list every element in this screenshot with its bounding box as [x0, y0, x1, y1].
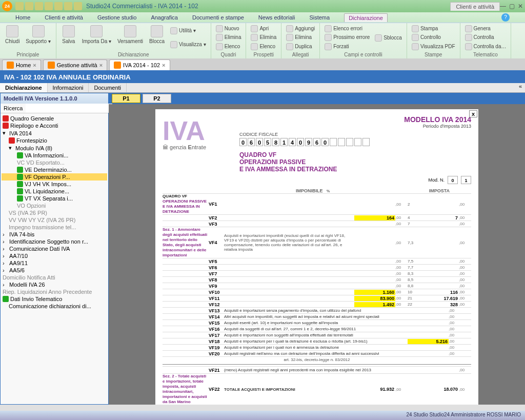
tree-node[interactable]: VS (IVA 26 PR): [2, 209, 107, 216]
elimina2-button[interactable]: Elimina: [249, 33, 278, 42]
maximize-button[interactable]: ▢: [509, 3, 515, 10]
minimize-button[interactable]: —: [500, 3, 506, 10]
forzati-button[interactable]: Forzati: [323, 43, 371, 51]
val-input[interactable]: 91.932: [354, 387, 395, 392]
apri-button[interactable]: Apri: [249, 25, 278, 33]
tree-node[interactable]: ›AA9/11: [2, 259, 107, 267]
cf-cell[interactable]: 0: [239, 138, 247, 146]
cf-cell[interactable]: 0: [321, 138, 329, 146]
save-button[interactable]: Salva: [59, 24, 78, 45]
cf-cell[interactable]: [330, 138, 337, 146]
tree-node[interactable]: Frontespizio: [2, 137, 107, 144]
tree-node[interactable]: Comunicazione dichiarazioni di...: [2, 303, 107, 310]
versamenti-button[interactable]: Versamenti: [115, 24, 145, 45]
elimina3-button[interactable]: Elimina: [285, 33, 316, 42]
tree-node[interactable]: ›IVA 74-bis: [2, 231, 107, 238]
imponibile-input[interactable]: 164: [354, 215, 395, 221]
tree-node[interactable]: ›Comunicazione Dati IVA: [2, 245, 107, 252]
elenco-errori-button[interactable]: Elenco errori: [323, 25, 371, 33]
menu-anagrafica[interactable]: Anagrafica: [151, 14, 178, 21]
menu-documenti[interactable]: Documenti e stampe: [192, 14, 244, 21]
menu-sistema[interactable]: Sistema: [309, 14, 330, 21]
elimina-button[interactable]: Elimina: [214, 33, 243, 42]
doctab[interactable]: Home×: [2, 59, 41, 70]
subtab-dichiarazione[interactable]: Dichiarazione: [0, 83, 48, 92]
imponibile-input[interactable]: 83.900: [354, 296, 395, 301]
val-input[interactable]: 18.070: [418, 387, 459, 392]
cf-cell[interactable]: 0: [297, 138, 304, 146]
tab-close-icon[interactable]: ×: [162, 62, 165, 68]
modn-2[interactable]: 1: [461, 176, 471, 184]
blocca-button[interactable]: Blocca: [147, 24, 167, 45]
controlla-da-button[interactable]: Controlla da…: [463, 43, 508, 51]
tree-node[interactable]: VT VX Separata i...: [2, 195, 107, 202]
importa-da-button[interactable]: Importa Da ▾: [80, 24, 113, 45]
tree-node[interactable]: ▾Modulo IVA (8): [2, 144, 107, 152]
help-icon[interactable]: ?: [501, 13, 510, 22]
tree-node[interactable]: VE Determinazio...: [2, 166, 107, 173]
collapse-icon[interactable]: «: [516, 83, 525, 92]
tree-node[interactable]: Impegno trasmissione tel...: [2, 224, 107, 231]
stampa-button[interactable]: Stampa: [410, 25, 457, 33]
subtab-documenti[interactable]: Documenti: [89, 83, 127, 92]
tab-close-icon[interactable]: ×: [99, 62, 103, 68]
imposta-input[interactable]: 17.619: [418, 296, 459, 301]
sblocca-button[interactable]: Sblocca: [373, 34, 403, 42]
doctab[interactable]: Gestione attività×: [43, 59, 107, 70]
page-tab-p2[interactable]: P2: [143, 94, 171, 103]
close-button[interactable]: Chiudi: [3, 24, 22, 45]
tree-node[interactable]: VC VD Esportato...: [2, 159, 107, 166]
tree-node[interactable]: VF Operazioni P...: [2, 173, 107, 181]
utilita-button[interactable]: Utilità ▾: [169, 27, 208, 35]
genera-button[interactable]: Genera: [463, 25, 508, 33]
controllo-button[interactable]: Controllo: [410, 33, 457, 42]
imponibile-input[interactable]: 1.492: [354, 302, 395, 307]
cf-cell[interactable]: 0: [256, 138, 263, 146]
prossimo-errore-button[interactable]: Prossimo errore: [323, 33, 371, 42]
tree-node[interactable]: Dati Invio Telematico: [2, 295, 107, 303]
controlla-button[interactable]: Controlla: [463, 33, 508, 42]
cf-cell[interactable]: 5: [264, 138, 271, 146]
tree-node[interactable]: Riepilogo e Acconti: [2, 122, 107, 129]
page-tab-p1[interactable]: P1: [112, 94, 140, 103]
cf-cell[interactable]: 6: [313, 138, 320, 146]
tree-node[interactable]: ›Modelli IVA 26: [2, 281, 107, 288]
visualizza-button[interactable]: Visualizza ▾: [169, 41, 208, 49]
tree-node[interactable]: ›AA5/6: [2, 267, 107, 274]
tree-node[interactable]: ›AA7/10: [2, 252, 107, 259]
tree-node[interactable]: VV VW VY VZ (IVA 26 PR): [2, 216, 107, 224]
close-window-button[interactable]: ✕: [518, 3, 523, 10]
elenco-button[interactable]: Elenco: [214, 43, 243, 51]
tree-node[interactable]: VL Liquidazione...: [2, 188, 107, 195]
aggiungi-button[interactable]: Aggiungi: [285, 25, 316, 33]
subtab-informazioni[interactable]: Informazioni: [48, 83, 89, 92]
cf-cell[interactable]: [338, 138, 345, 146]
quick-access-toolbar[interactable]: [15, 2, 82, 10]
visualizza-pdf-button[interactable]: Visualizza PDF: [410, 43, 457, 51]
tree-node[interactable]: ›Identificazione Soggetto non r...: [2, 238, 107, 245]
cf-cell[interactable]: 6: [248, 138, 255, 146]
imponibile-input[interactable]: 5.216: [408, 339, 449, 344]
tree-node[interactable]: Riep. Liquidazioni Anno Precedente: [2, 288, 107, 295]
elenco2-button[interactable]: Elenco: [249, 43, 278, 51]
cf-cell[interactable]: 8: [272, 138, 279, 146]
cf-cell[interactable]: 1: [280, 138, 288, 146]
cf-cell[interactable]: [354, 138, 361, 146]
menu-gestione[interactable]: Gestione studio: [97, 14, 136, 21]
imposta-input[interactable]: 7: [418, 215, 459, 221]
imponibile-input[interactable]: 1.160: [354, 290, 395, 295]
form-scroll[interactable]: x IVA 🏛 genzia Entrate MODELLO IVA 2014 …: [109, 104, 525, 405]
menu-news[interactable]: News editoriali: [258, 14, 295, 21]
modn-1[interactable]: 0: [448, 176, 458, 184]
menu-home[interactable]: Home: [15, 14, 30, 21]
search-input[interactable]: [26, 104, 112, 113]
tree-node[interactable]: Domicilio Notifica Atti: [2, 274, 107, 281]
tree-node[interactable]: VA Informazioni...: [2, 152, 107, 159]
tree-node[interactable]: ▾IVA 2014: [2, 129, 107, 137]
cf-cell[interactable]: [362, 138, 370, 146]
nuovo-button[interactable]: Nuovo: [214, 25, 243, 33]
cf-cell[interactable]: 4: [289, 138, 296, 146]
cf-cell[interactable]: 9: [305, 138, 312, 146]
menu-dichiarazione[interactable]: Dichiarazione: [344, 13, 388, 22]
tab-close-icon[interactable]: ×: [33, 62, 36, 68]
